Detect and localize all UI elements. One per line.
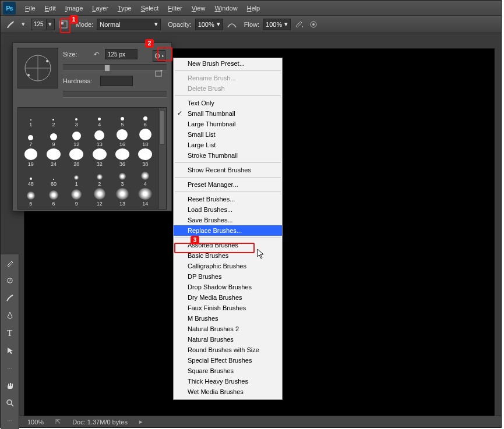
eyedropper-tool[interactable]	[3, 257, 16, 270]
hand-tool[interactable]	[3, 379, 16, 392]
menu-item-new-brush-preset[interactable]: New Brush Preset...	[174, 58, 282, 69]
menu-item-calligraphic-brushes[interactable]: Calligraphic Brushes	[174, 261, 282, 271]
brush-preset[interactable]: 12	[88, 188, 111, 208]
brush-preset[interactable]: 9	[42, 129, 65, 148]
brush-preset[interactable]: 18	[134, 129, 157, 148]
brush-preset[interactable]: 1	[65, 168, 88, 188]
brush-preset[interactable]: 9	[65, 188, 88, 208]
brush-preset[interactable]: 13	[111, 188, 133, 208]
menu-layer[interactable]: Layer	[87, 3, 113, 13]
zoom-level[interactable]: 100%	[27, 419, 44, 426]
path-select-tool[interactable]	[3, 344, 16, 357]
brush-preset[interactable]: 7	[19, 129, 42, 148]
brush-preset[interactable]: 5	[19, 188, 42, 208]
expand-icon[interactable]: ⇱	[55, 418, 61, 426]
menu-item-faux-finish-brushes[interactable]: Faux Finish Brushes	[174, 303, 282, 313]
brush-tip-preview[interactable]	[17, 48, 58, 88]
brush-preset[interactable]: 24	[42, 148, 65, 168]
size-input[interactable]	[105, 49, 138, 59]
pressure-opacity-icon[interactable]	[227, 19, 237, 30]
brush-preset[interactable]: 3	[111, 168, 133, 188]
menu-item-drop-shadow-brushes[interactable]: Drop Shadow Brushes	[174, 282, 282, 292]
zoom-tool[interactable]	[3, 396, 16, 409]
menu-item-reset-brushes[interactable]: Reset Brushes...	[174, 194, 282, 204]
brush-preset[interactable]: 4	[88, 109, 111, 129]
brush-tool[interactable]	[3, 292, 16, 304]
menu-item-dry-media-brushes[interactable]: Dry Media Brushes	[174, 292, 282, 303]
menu-select[interactable]: Select	[136, 3, 164, 13]
brush-preset[interactable]: 2	[88, 168, 111, 188]
menu-item-round-brushes-with-size[interactable]: Round Brushes with Size	[174, 345, 282, 355]
menu-item-special-effect-brushes[interactable]: Special Effect Brushes	[174, 355, 282, 366]
brush-preset[interactable]: 6	[42, 188, 65, 208]
brush-preset[interactable]: 1	[19, 109, 42, 129]
menu-item-large-list[interactable]: Large List	[174, 140, 282, 150]
menu-file[interactable]: File	[20, 3, 40, 13]
brush-preset-dropdown[interactable]: 125 ▾	[31, 19, 55, 30]
brush-preset[interactable]: 48	[19, 168, 42, 188]
menu-item-load-brushes[interactable]: Load Brushes...	[174, 204, 282, 215]
brush-preset[interactable]: 36	[111, 148, 133, 168]
menu-view[interactable]: View	[187, 3, 210, 13]
menu-item-wet-media-brushes[interactable]: Wet Media Brushes	[174, 387, 282, 397]
doc-info[interactable]: Doc: 1.37M/0 bytes	[72, 419, 128, 426]
flow-field[interactable]: 100%▾	[263, 19, 291, 30]
menu-item-large-thumbnail[interactable]: Large Thumbnail	[174, 119, 282, 129]
tool-strip: T ··· ···	[1, 254, 19, 429]
size-slider[interactable]	[63, 64, 167, 71]
menu-window[interactable]: Window	[210, 3, 242, 13]
chevron-down-icon: ▾	[154, 20, 158, 28]
menu-type[interactable]: Type	[113, 3, 136, 13]
menu-help[interactable]: Help	[242, 3, 265, 13]
new-preset-icon[interactable]	[154, 69, 164, 78]
menu-item-dp-brushes[interactable]: DP Brushes	[174, 271, 282, 282]
brush-preset[interactable]: 14	[134, 188, 157, 208]
brush-preset[interactable]: 4	[134, 168, 157, 188]
brush-preset[interactable]: 28	[65, 148, 88, 168]
menu-item-small-thumbnail[interactable]: Small Thumbnail	[174, 108, 282, 119]
tool-preset-dropdown[interactable]: ▾	[19, 19, 27, 30]
pen-tool[interactable]	[3, 309, 16, 322]
menu-edit[interactable]: Edit	[40, 3, 61, 13]
brush-preset[interactable]: 3	[65, 109, 88, 129]
brush-preset[interactable]: 60	[42, 168, 65, 188]
pressure-size-icon[interactable]	[308, 19, 319, 30]
type-tool[interactable]: T	[3, 327, 16, 339]
mode-select[interactable]: Normal ▾	[97, 19, 161, 30]
menu-item-preset-manager[interactable]: Preset Manager...	[174, 179, 282, 190]
flyout-arrow-icon[interactable]: ▸	[139, 418, 143, 426]
menu-item-small-list[interactable]: Small List	[174, 129, 282, 140]
brush-preset[interactable]: 12	[65, 129, 88, 148]
menu-image[interactable]: Image	[61, 3, 88, 13]
reset-size-icon[interactable]: ↶	[91, 49, 101, 59]
brush-preset[interactable]: 19	[19, 148, 42, 168]
scroll-thumb[interactable]	[160, 110, 164, 145]
chevron-down-icon: ▾	[217, 20, 220, 28]
menu-item-square-brushes[interactable]: Square Brushes	[174, 366, 282, 376]
opacity-field[interactable]: 100%▾	[195, 19, 223, 30]
brush-preset[interactable]: 38	[134, 148, 157, 168]
menu-item-rename-brush: Rename Brush...	[174, 73, 282, 83]
healing-brush-tool[interactable]	[3, 274, 16, 287]
brush-preset[interactable]: 13	[88, 129, 111, 148]
brush-preset[interactable]: 16	[111, 129, 133, 148]
brush-preset[interactable]: 32	[88, 148, 111, 168]
callout-ring-3	[174, 243, 255, 253]
menu-item-replace-brushes[interactable]: Replace Brushes...	[174, 225, 282, 236]
menu-item-text-only[interactable]: Text Only	[174, 98, 282, 108]
hardness-slider[interactable]	[63, 91, 167, 98]
menu-item-thick-heavy-brushes[interactable]: Thick Heavy Brushes	[174, 376, 282, 387]
menu-item-m-brushes[interactable]: M Brushes	[174, 313, 282, 324]
menu-item-natural-brushes[interactable]: Natural Brushes	[174, 334, 282, 345]
menu-item-show-recent-brushes[interactable]: Show Recent Brushes	[174, 165, 282, 175]
scrollbar[interactable]	[158, 108, 166, 209]
menu-filter[interactable]: Filter	[163, 3, 186, 13]
menu-item-natural-brushes-2[interactable]: Natural Brushes 2	[174, 324, 282, 334]
menu-item-save-brushes[interactable]: Save Brushes...	[174, 215, 282, 225]
airbrush-icon[interactable]	[294, 19, 305, 30]
brush-preset[interactable]: 2	[42, 109, 65, 129]
menu-item-stroke-thumbnail[interactable]: Stroke Thumbnail	[174, 150, 282, 161]
brush-preset[interactable]: 5	[111, 109, 133, 129]
hardness-input[interactable]	[100, 76, 133, 86]
brush-preset[interactable]: 6	[134, 109, 157, 129]
